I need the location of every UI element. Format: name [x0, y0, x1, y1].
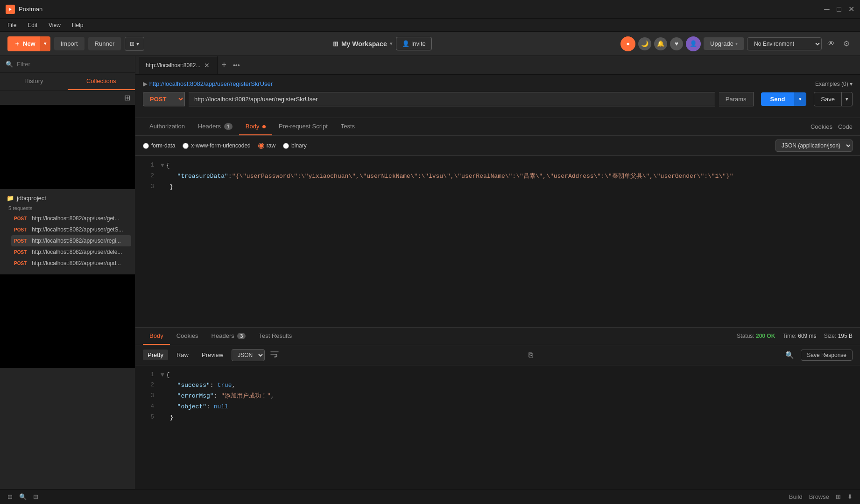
add-tab-button[interactable]: +: [218, 60, 230, 70]
toolbar: ＋ New ▾ Import Runner ⊞ ▾ ⊞ My Workspace…: [0, 32, 860, 56]
workspace-grid-icon: ⊞: [333, 40, 338, 48]
theme-icon[interactable]: 🌙: [638, 37, 651, 50]
save-response-button[interactable]: Save Response: [801, 350, 853, 361]
maximize-button[interactable]: □: [836, 6, 842, 13]
menu-edit[interactable]: Edit: [26, 21, 39, 29]
menu-view[interactable]: View: [47, 21, 63, 29]
copy-response-button[interactable]: ⎘: [526, 349, 536, 361]
env-settings-icon[interactable]: 👁: [825, 38, 838, 50]
resp-tab-tests[interactable]: Test Results: [252, 328, 298, 345]
sidebar: 🔍 History Collections ⊞ 📁 jdbcproject 5 …: [0, 56, 135, 489]
urlencoded-option[interactable]: x-www-form-urlencoded: [183, 142, 250, 149]
folder-icon: 📁: [7, 195, 14, 202]
tab-headers[interactable]: Headers 1: [191, 118, 239, 135]
workspace-chevron-icon: ▾: [390, 41, 392, 46]
tab-collections[interactable]: Collections: [68, 73, 135, 90]
heart-icon[interactable]: ♥: [670, 37, 683, 50]
breadcrumb-row: ▶ http://localhost:8082/app/user/registe…: [143, 80, 853, 87]
status-bar-icon-2[interactable]: 🔍: [19, 493, 27, 500]
send-button[interactable]: Send: [761, 92, 795, 106]
status-bar-icon-3[interactable]: ⊟: [33, 493, 38, 500]
minimize-button[interactable]: ─: [824, 6, 830, 13]
tab-history[interactable]: History: [0, 73, 68, 90]
list-item-active[interactable]: POST http://localhost:8082/app/user/regi…: [11, 235, 131, 246]
tab-close-button[interactable]: ✕: [203, 62, 211, 69]
status-bar-left: ⊞ 🔍 ⊟: [7, 493, 38, 500]
new-collection-icon[interactable]: ⊞: [124, 93, 130, 102]
time-label: Time: 609 ms: [782, 333, 816, 339]
resp-tab-body[interactable]: Body: [143, 328, 170, 345]
more-tabs-button[interactable]: •••: [230, 62, 243, 69]
tab-prerequest[interactable]: Pre-request Script: [272, 118, 334, 135]
title-bar-left: Postman: [6, 5, 42, 14]
method-badge: POST: [14, 227, 29, 232]
breadcrumb: ▶ http://localhost:8082/app/user/registe…: [143, 80, 273, 87]
response-format-select[interactable]: JSON XML HTML Text: [232, 349, 265, 361]
resp-tab-cookies[interactable]: Cookies: [170, 328, 205, 345]
raw-view-button[interactable]: Raw: [172, 350, 193, 360]
user-avatar[interactable]: 👤: [686, 36, 701, 51]
menu-help[interactable]: Help: [70, 21, 85, 29]
save-button[interactable]: Save: [814, 92, 842, 106]
examples-link[interactable]: Examples (0) ▾: [815, 81, 853, 87]
response-area: Body Cookies Headers 3 Test Results Stat…: [135, 327, 860, 490]
list-item[interactable]: POST http://localhost:8082/app/user/dele…: [11, 246, 131, 258]
tab-authorization[interactable]: Authorization: [143, 118, 191, 135]
extra-button[interactable]: ⊞ ▾: [125, 37, 144, 51]
bell-icon[interactable]: 🔔: [654, 37, 667, 50]
send-button-group: Send ▾: [761, 92, 807, 106]
search-input[interactable]: [17, 61, 129, 68]
new-button[interactable]: ＋ New: [7, 36, 42, 51]
params-button[interactable]: Params: [719, 92, 754, 106]
raw-option[interactable]: raw: [258, 142, 275, 149]
layout-button[interactable]: ⊞: [836, 493, 841, 500]
tab-title: http://localhost:8082...: [146, 62, 200, 69]
resp-tab-headers[interactable]: Headers 3: [205, 328, 253, 345]
save-dropdown-button[interactable]: ▾: [842, 92, 853, 106]
request-body-editor[interactable]: 1 ▼ { 2 "treasureData":"{\"userPassword\…: [135, 156, 860, 327]
list-item[interactable]: POST http://localhost:8082/app/user/getS…: [11, 224, 131, 235]
send-dropdown-button[interactable]: ▾: [794, 92, 806, 106]
list-item[interactable]: POST http://localhost:8082/app/user/upd.…: [11, 258, 131, 269]
request-tab-active[interactable]: http://localhost:8082... ✕: [139, 56, 218, 74]
notification-icon[interactable]: ●: [620, 36, 635, 51]
menu-file[interactable]: File: [6, 21, 18, 29]
invite-icon: 👤: [402, 40, 409, 47]
status-bar-icon-1[interactable]: ⊞: [7, 493, 13, 500]
cookies-link[interactable]: Cookies: [811, 123, 832, 130]
environment-dropdown[interactable]: No Environment: [747, 37, 822, 50]
toolbar-center: ⊞ My Workspace ▾ 👤 Invite: [333, 37, 432, 50]
env-gear-icon[interactable]: ⚙: [840, 37, 853, 50]
tab-tests[interactable]: Tests: [334, 118, 361, 135]
browse-button[interactable]: Browse: [809, 493, 829, 500]
close-button[interactable]: ✕: [848, 6, 854, 13]
build-button[interactable]: Build: [789, 493, 803, 500]
upgrade-button[interactable]: Upgrade ▾: [704, 37, 744, 50]
size-label: Size: 195 B: [824, 333, 853, 339]
method-select[interactable]: POST GET PUT DELETE: [143, 92, 185, 106]
download-button[interactable]: ⬇: [847, 493, 853, 500]
search-response-button[interactable]: 🔍: [782, 349, 797, 361]
collection-header[interactable]: 📁 jdbcproject: [4, 191, 131, 205]
list-item[interactable]: POST http://localhost:8082/app/user/get.…: [11, 213, 131, 224]
runner-button[interactable]: Runner: [88, 37, 121, 50]
url-input[interactable]: [189, 92, 715, 106]
tab-body[interactable]: Body: [239, 118, 272, 135]
request-sub-tabs: Authorization Headers 1 Body Pre-request…: [135, 118, 860, 136]
status-label: Status: 200 OK: [737, 333, 775, 339]
invite-button[interactable]: 👤 Invite: [396, 37, 432, 50]
title-bar: Postman ─ □ ✕: [0, 0, 860, 19]
breadcrumb-url: http://localhost:8082/app/user/registerS…: [149, 80, 273, 87]
format-select[interactable]: JSON (application/json) Text JavaScript …: [775, 140, 853, 152]
preview-button[interactable]: Preview: [197, 350, 228, 360]
chevron-down-icon: ▾: [850, 81, 853, 87]
pretty-view-button[interactable]: Pretty: [143, 350, 168, 360]
import-button[interactable]: Import: [54, 37, 85, 50]
sidebar-action-row: ⊞: [0, 91, 135, 105]
code-link[interactable]: Code: [838, 123, 853, 130]
form-data-option[interactable]: form-data: [143, 142, 175, 149]
resp-code-line-4: 4 "object": null: [135, 402, 860, 413]
binary-option[interactable]: binary: [283, 142, 307, 149]
new-dropdown-arrow[interactable]: ▾: [40, 36, 50, 51]
workspace-button[interactable]: ⊞ My Workspace ▾: [333, 40, 392, 48]
